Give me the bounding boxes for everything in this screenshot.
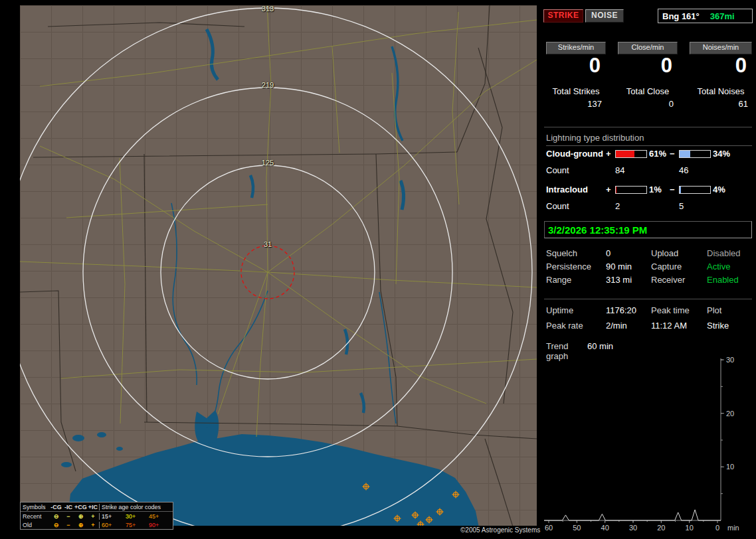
count-label: Count: [546, 165, 606, 175]
uptime-label: Uptime: [546, 305, 606, 315]
total-close-value: 0: [618, 99, 678, 109]
copyright-text: ©2005 Astrogenic Systems: [460, 526, 540, 534]
range-ring-label: 219: [262, 81, 274, 89]
pos-ic-icon: +: [87, 522, 99, 528]
peak-rate-value: 2/min: [606, 321, 651, 331]
status-grid: Squelch 0 Upload Disabled Persistence 90…: [546, 248, 754, 285]
peak-time-label: Peak time: [651, 305, 707, 315]
pos-cg-icon: ⊕: [74, 513, 87, 520]
range-value: 313 mi: [606, 275, 651, 285]
total-close-label: Total Close: [618, 86, 678, 96]
range-label: Range: [546, 275, 606, 285]
total-noises-value: 61: [690, 99, 752, 109]
total-noises-label: Total Noises: [690, 86, 752, 96]
cg-plus-bar: [615, 150, 647, 158]
ic-plus-count: 2: [615, 201, 647, 211]
close-per-min-badge[interactable]: Close/min: [618, 42, 678, 54]
trend-graph: 3020106050403020100min: [541, 356, 741, 537]
noise-mode-button[interactable]: NOISE: [585, 9, 624, 23]
count-label: Count: [546, 201, 606, 211]
intracloud-label: Intracloud: [546, 185, 606, 194]
ic-minus-percent: 4%: [711, 185, 754, 194]
cloud-ground-row: Cloud-ground + 61% − 34%: [546, 149, 754, 159]
uptime-grid: Uptime 1176:20 Peak time Plot Peak rate …: [546, 305, 754, 331]
squelch-value: 0: [606, 248, 651, 258]
bearing-distance: 367mi: [710, 11, 735, 21]
cg-plus-bar-fill: [616, 151, 634, 157]
svg-text:20: 20: [726, 410, 734, 418]
strike-mode-button[interactable]: STRIKE: [543, 9, 583, 23]
legend-type-header: -CG: [50, 504, 62, 510]
range-ring-label: 313: [262, 5, 274, 13]
minus-sign: −: [670, 149, 679, 159]
cloud-ground-count-row: Count 84 46: [546, 165, 754, 175]
cg-minus-count: 46: [679, 165, 711, 175]
distribution-title: Lightning type distribution: [546, 133, 752, 146]
divider: [544, 299, 752, 299]
ic-minus-bar-fill: [680, 187, 681, 193]
intracloud-row: Intracloud + 1% − 4%: [546, 185, 754, 194]
cg-minus-bar-fill: [680, 151, 690, 157]
svg-text:50: 50: [573, 524, 581, 532]
bearing-display: Bng 161° 367mi: [658, 9, 753, 23]
legend-type-header: -IC: [62, 504, 74, 510]
plus-sign: +: [606, 185, 615, 194]
ic-minus-bar: [679, 186, 711, 194]
persistence-value: 90 min: [606, 262, 651, 271]
age-code: 30+: [124, 513, 147, 520]
strikes-per-min-value: 0: [546, 54, 606, 77]
noises-per-min-badge[interactable]: Noises/min: [690, 42, 752, 54]
cg-plus-percent: 61%: [647, 149, 670, 159]
divider: [544, 127, 752, 127]
age-code: 45+: [147, 513, 173, 520]
legend-type-header: +IC: [87, 504, 99, 510]
neg-ic-icon: −: [62, 522, 74, 528]
capture-status: Active: [707, 262, 754, 271]
svg-text:min: min: [727, 524, 739, 532]
pos-cg-icon: ⊕: [74, 522, 87, 528]
range-ring-label: 31: [264, 240, 272, 248]
map-legend: Symbols -CG -IC +CG +IC Strike age color…: [20, 502, 173, 530]
system-time: 3/2/2026 12:35:19 PM: [545, 224, 647, 236]
close-per-min-value: 0: [618, 54, 678, 77]
total-strikes-label: Total Strikes: [546, 86, 606, 96]
squelch-label: Squelch: [546, 248, 606, 258]
svg-text:0: 0: [715, 524, 719, 532]
plus-sign: +: [606, 149, 615, 159]
plot-label: Plot: [707, 305, 754, 315]
svg-text:30: 30: [629, 524, 637, 532]
system-clock: 3/2/2026 12:35:19 PM: [544, 221, 752, 238]
uptime-value: 1176:20: [606, 305, 651, 315]
upload-label: Upload: [651, 248, 707, 258]
receiver-status: Enabled: [707, 275, 754, 285]
neg-cg-icon: ⊖: [50, 522, 62, 528]
cg-plus-count: 84: [615, 165, 647, 175]
map-canvas: [20, 5, 537, 526]
age-code: 90+: [147, 522, 173, 528]
total-strikes-value: 137: [546, 99, 606, 109]
ic-minus-count: 5: [679, 201, 711, 211]
svg-text:10: 10: [686, 524, 694, 532]
strikes-per-min-badge[interactable]: Strikes/min: [546, 42, 606, 54]
legend-age-header: Strike age color codes: [99, 504, 173, 510]
legend-row-label: Recent: [21, 513, 50, 520]
pos-ic-icon: +: [87, 513, 99, 520]
svg-text:20: 20: [657, 524, 665, 532]
age-code: 15+: [99, 513, 124, 520]
svg-text:30: 30: [726, 356, 734, 364]
strike-map[interactable]: 313 219 125 31: [20, 5, 537, 526]
legend-row-label: Old: [21, 522, 50, 528]
intracloud-count-row: Count 2 5: [546, 201, 754, 211]
bearing-value: Bng 161°: [658, 11, 700, 21]
peak-rate-label: Peak rate: [546, 321, 606, 331]
range-ring-label: 125: [262, 159, 274, 167]
svg-text:10: 10: [726, 463, 734, 471]
ic-plus-bar: [615, 186, 647, 194]
minus-sign: −: [670, 185, 679, 194]
legend-type-header: +CG: [74, 504, 87, 510]
cloud-ground-label: Cloud-ground: [546, 149, 606, 159]
upload-status: Disabled: [707, 248, 754, 258]
svg-text:60: 60: [545, 524, 553, 532]
legend-symbols-header: Symbols: [21, 504, 50, 510]
svg-text:40: 40: [601, 524, 609, 532]
